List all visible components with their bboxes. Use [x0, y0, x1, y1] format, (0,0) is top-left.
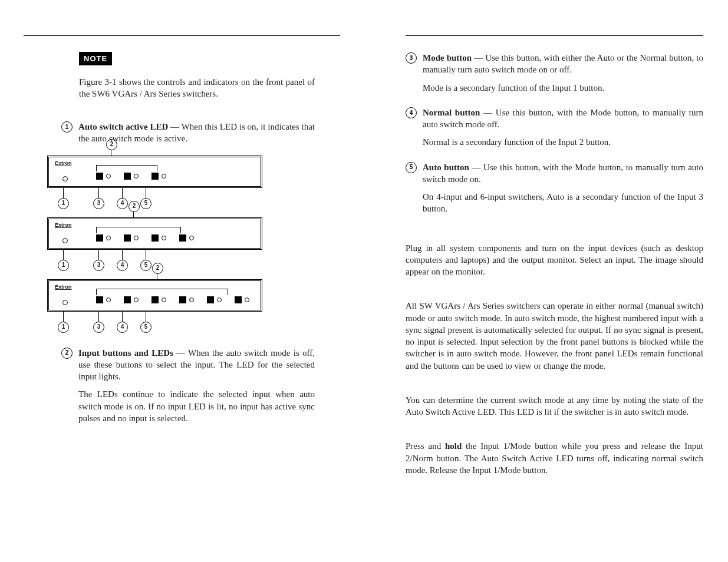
note-tag: NOTE	[79, 52, 112, 65]
callout-2-label: Input buttons and LEDs	[78, 348, 173, 358]
auto-led-icon	[62, 238, 68, 243]
callout-number-icon: 3	[406, 52, 417, 64]
input-row	[96, 234, 194, 242]
panel-brand: Extron	[55, 160, 72, 167]
input-led-icon	[106, 174, 111, 178]
callout-4: 4 Normal button — Use this button, with …	[406, 107, 703, 157]
callout-5-label: Auto button	[423, 163, 469, 172]
callout-1-label: Auto switch active LED	[78, 122, 168, 131]
callout-5: 5 Auto button — Use this button, with th…	[406, 161, 703, 223]
input-button-icon	[151, 173, 159, 180]
input-button-icon	[96, 173, 103, 180]
input-button-icon	[124, 173, 131, 180]
input-row	[96, 296, 249, 303]
switcher-panel-3in: 2 Extron 1 3 4	[47, 156, 328, 188]
panel-brand: Extron	[55, 222, 72, 229]
input-led-icon	[162, 174, 166, 178]
operation-para-1: Plug in all system components and turn o…	[406, 242, 703, 278]
callout-number-icon: 2	[61, 348, 73, 359]
header-rule-right	[406, 35, 703, 36]
auto-led-icon	[62, 300, 68, 305]
callout-number-icon: 4	[406, 107, 417, 118]
figure-3-1: 2 Extron 1 3 4	[24, 156, 328, 312]
callout-1-icon: 1	[58, 198, 69, 209]
callout-3-label: Mode button	[423, 53, 472, 62]
callout-number-icon: 1	[61, 121, 73, 133]
callout-2-icon: 2	[152, 263, 163, 274]
page-right: 3 Mode button — Use this button, with ei…	[364, 0, 728, 562]
callout-4-more: Normal is a secondary function of the In…	[423, 136, 703, 148]
switcher-panel-4in: 2 Extron 1 3 4	[47, 217, 328, 250]
intro-paragraph: Figure 3-1 shows the controls and indica…	[79, 76, 315, 100]
panel-brand: Extron	[55, 283, 72, 290]
callout-4-label: Normal button	[423, 108, 480, 117]
callout-2: 2 Input buttons and LEDs — When the auto…	[79, 347, 315, 433]
header-rule-left	[24, 35, 340, 36]
callout-5-more: On 4-input and 6-input switchers, Auto i…	[423, 191, 703, 215]
callout-2-icon: 2	[129, 201, 140, 212]
callout-5-icon: 5	[140, 198, 151, 209]
callout-3: 3 Mode button — Use this button, with ei…	[406, 52, 703, 102]
callout-3-icon: 3	[93, 198, 104, 209]
callout-number-icon: 5	[406, 162, 417, 173]
input-led-icon	[134, 174, 139, 178]
callout-2-more: The LEDs continue to indicate the select…	[78, 388, 315, 424]
callout-4-icon: 4	[117, 198, 128, 209]
operation-para-4: Press and hold the Input 1/Mode button w…	[406, 440, 703, 476]
callout-2-icon: 2	[106, 139, 117, 150]
page-left: NOTE Figure 3-1 shows the controls and i…	[0, 0, 364, 562]
input-row	[96, 173, 166, 180]
callout-3-more: Mode is a secondary function of the Inpu…	[423, 82, 703, 94]
operation-para-3: You can determine the current switch mod…	[406, 394, 703, 418]
switcher-panel-6in: 2 Extron 1	[47, 279, 328, 312]
operation-para-2: All SW VGArs / Ars Series switchers can …	[406, 300, 703, 372]
auto-led-icon	[62, 176, 68, 181]
